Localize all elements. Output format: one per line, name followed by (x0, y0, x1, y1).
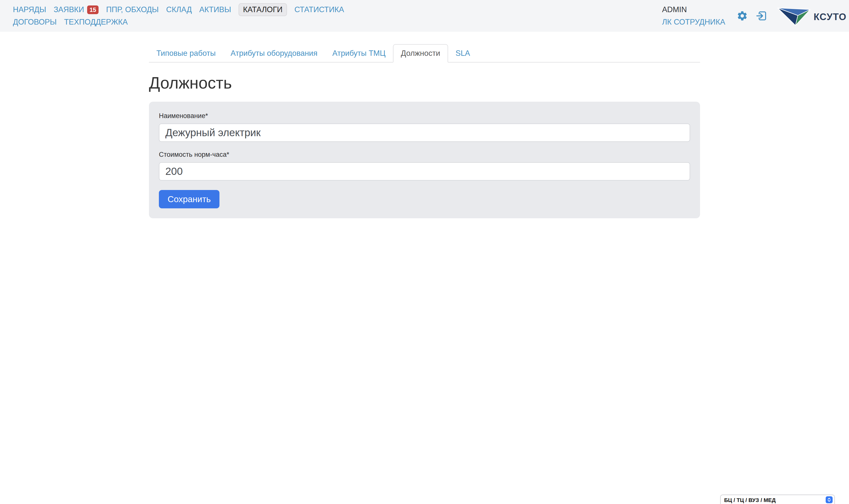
app-header: НАРЯДЫ ЗАЯВКИ15 ППР, ОБХОДЫ СКЛАД АКТИВЫ… (0, 0, 849, 32)
header-right: ADMIN ЛК СОТРУДНИКА КСУТО (662, 3, 847, 28)
nav-item-sklad[interactable]: СКЛАД (166, 5, 192, 14)
nav-item-naryady[interactable]: НАРЯДЫ (13, 5, 46, 14)
main-nav: НАРЯДЫ ЗАЯВКИ15 ППР, ОБХОДЫ СКЛАД АКТИВЫ… (13, 3, 344, 28)
ksuto-logo: КСУТО (777, 6, 847, 26)
user-block: ADMIN ЛК СОТРУДНИКА (662, 3, 725, 28)
settings-icon[interactable] (737, 10, 748, 22)
ksuto-logo-mark (777, 6, 811, 26)
ksuto-logo-text: КСУТО (814, 12, 847, 22)
building-type-select-value: БЦ / ТЦ / ВУЗ / МЕД (724, 497, 776, 504)
nav-item-tehpodderzhka[interactable]: ТЕХПОДДЕРЖКА (64, 18, 127, 26)
main-content: Типовые работы Атрибуты оборудования Атр… (149, 44, 700, 218)
tab-dolzhnosti[interactable]: Должности (393, 44, 448, 62)
tab-tipovye-raboty[interactable]: Типовые работы (149, 44, 223, 62)
logout-icon[interactable] (756, 10, 767, 22)
nav-item-statistika[interactable]: СТАТИСТИКА (294, 5, 344, 14)
nav-item-aktivy[interactable]: АКТИВЫ (200, 5, 231, 14)
rate-field-label: Стоимость норм-часа* (159, 151, 690, 159)
rate-field-group: Стоимость норм-часа* (159, 151, 690, 181)
nav-row-1: НАРЯДЫ ЗАЯВКИ15 ППР, ОБХОДЫ СКЛАД АКТИВЫ… (13, 3, 344, 16)
name-field-label: Наименование* (159, 112, 690, 120)
save-button[interactable]: Сохранить (159, 190, 220, 208)
tab-sla[interactable]: SLA (448, 44, 478, 62)
employee-cabinet-link[interactable]: ЛК СОТРУДНИКА (662, 16, 725, 28)
nav-item-ppr-obhody[interactable]: ППР, ОБХОДЫ (106, 5, 159, 14)
nav-item-zayavki[interactable]: ЗАЯВКИ15 (54, 5, 99, 14)
user-name: ADMIN (662, 3, 725, 16)
nav-row-2: ДОГОВОРЫ ТЕХПОДДЕРЖКА (13, 16, 344, 28)
name-input[interactable] (159, 124, 690, 142)
position-form-panel: Наименование* Стоимость норм-часа* Сохра… (149, 102, 700, 218)
nav-item-dogovory[interactable]: ДОГОВОРЫ (13, 18, 57, 26)
nav-item-zayavki-label: ЗАЯВКИ (54, 5, 84, 14)
select-stepper-icon (826, 496, 833, 503)
tab-atributy-oborudovaniya[interactable]: Атрибуты оборудования (223, 44, 325, 62)
catalog-tabs: Типовые работы Атрибуты оборудования Атр… (149, 44, 700, 62)
page-title: Должность (149, 73, 700, 92)
rate-input[interactable] (159, 162, 690, 181)
tab-atributy-tmc[interactable]: Атрибуты ТМЦ (325, 44, 393, 62)
building-type-select[interactable]: БЦ / ТЦ / ВУЗ / МЕД (720, 494, 835, 504)
name-field-group: Наименование* (159, 112, 690, 142)
nav-item-katalogi[interactable]: КАТАЛОГИ (239, 3, 287, 16)
zayavki-count-badge: 15 (87, 5, 99, 14)
